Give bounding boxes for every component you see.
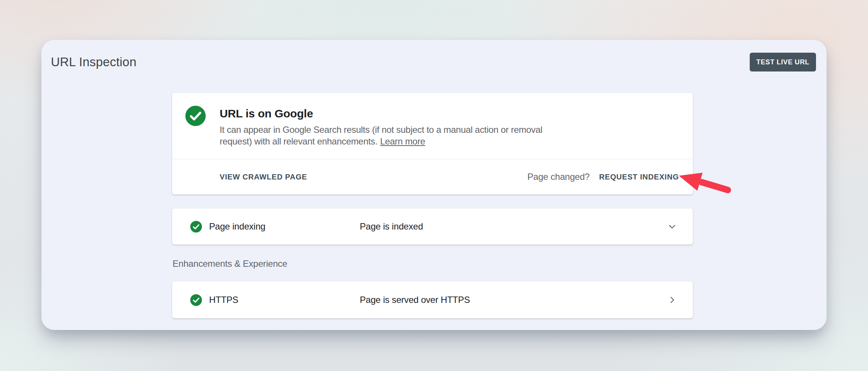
url-inspection-screen: URL Inspection TEST LIVE URL URL is on G… [0, 0, 868, 371]
row-label: HTTPS [209, 295, 360, 305]
row-label: Page indexing [209, 221, 360, 232]
row-status: Page is indexed [360, 221, 423, 232]
chevron-down-icon[interactable] [666, 221, 678, 232]
status-summary: URL is on Google It can appear in Google… [172, 93, 693, 159]
chevron-right-icon[interactable] [666, 294, 678, 306]
page-indexing-row[interactable]: Page indexing Page is indexed [172, 208, 693, 245]
status-action-bar: VIEW CRAWLED PAGE Page changed? REQUEST … [172, 159, 693, 195]
panel-header: URL Inspection TEST LIVE URL [41, 40, 827, 84]
url-status-card: URL is on Google It can appear in Google… [172, 93, 693, 195]
view-crawled-page-link[interactable]: VIEW CRAWLED PAGE [220, 173, 307, 181]
inspection-results: URL is on Google It can appear in Google… [172, 93, 693, 318]
enhancements-section-heading: Enhancements & Experience [173, 257, 693, 270]
learn-more-link[interactable]: Learn more [380, 136, 425, 146]
status-text-block: URL is on Google It can appear in Google… [220, 106, 542, 159]
row-status: Page is served over HTTPS [360, 295, 470, 305]
test-live-url-button[interactable]: TEST LIVE URL [750, 53, 816, 71]
check-circle-icon [190, 294, 202, 306]
check-circle-icon [185, 106, 206, 126]
page-title: URL Inspection [51, 55, 136, 69]
check-circle-icon [190, 221, 202, 233]
status-description: It can appear in Google Search results (… [220, 124, 542, 147]
request-indexing-link[interactable]: REQUEST INDEXING [599, 173, 679, 181]
right-action-group: Page changed? REQUEST INDEXING [527, 172, 679, 182]
url-inspection-panel: URL Inspection TEST LIVE URL URL is on G… [41, 40, 827, 330]
https-row[interactable]: HTTPS Page is served over HTTPS [172, 281, 693, 318]
status-title: URL is on Google [220, 107, 542, 120]
page-changed-label: Page changed? [527, 172, 590, 182]
